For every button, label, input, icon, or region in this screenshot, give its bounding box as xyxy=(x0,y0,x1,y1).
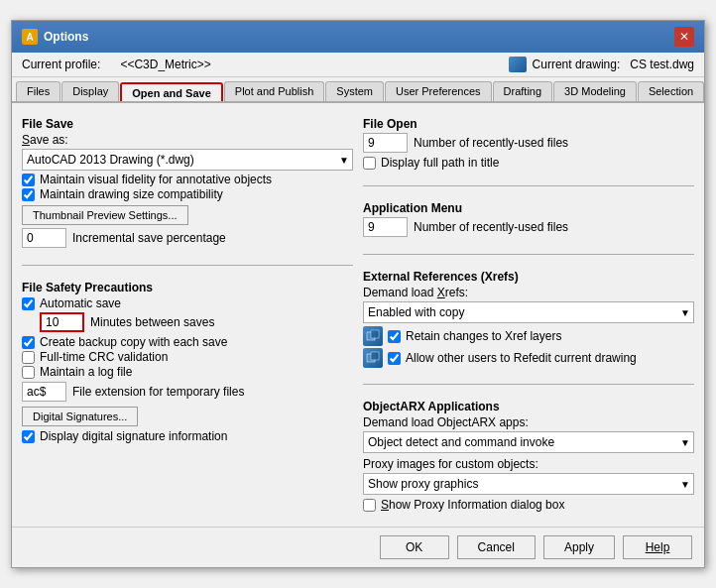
crc-label: Full-time CRC validation xyxy=(40,350,168,364)
tab-3d-modeling[interactable]: 3D Modeling xyxy=(553,81,637,101)
main-content: File Save Save as: AutoCAD 2013 Drawing … xyxy=(12,103,704,527)
proxy-select-row: Do not show proxy graphics Show proxy gr… xyxy=(363,473,694,495)
demand-load-select-row: Disabled Enabled Enabled with copy ▼ xyxy=(363,301,694,323)
demand-arx-label-row: Demand load ObjectARX apps: xyxy=(363,415,694,429)
log-label: Maintain a log file xyxy=(40,365,132,379)
file-open-section: File Open Number of recently-used files … xyxy=(363,113,694,175)
right-panel: File Open Number of recently-used files … xyxy=(363,113,694,517)
separator-1 xyxy=(22,265,353,266)
separator-2 xyxy=(363,185,694,186)
demand-load-label-row: Demand load Xrefs: xyxy=(363,286,694,299)
profile-value: <<C3D_Metric>> xyxy=(120,58,210,71)
save-as-select[interactable]: AutoCAD 2013 Drawing (*.dwg) xyxy=(22,149,353,171)
save-as-label: Save as: xyxy=(22,133,68,147)
dialog-title: Options xyxy=(44,30,88,44)
tab-plot[interactable]: Plot and Publish xyxy=(224,81,325,101)
log-row: Maintain a log file xyxy=(22,365,353,379)
proxy-select[interactable]: Do not show proxy graphics Show proxy gr… xyxy=(363,473,694,495)
digital-sig-checkbox[interactable] xyxy=(22,430,35,443)
objectarx-section: ObjectARX Applications Demand load Objec… xyxy=(363,396,694,517)
svg-rect-3 xyxy=(371,352,379,360)
demand-load-select[interactable]: Disabled Enabled Enabled with copy xyxy=(363,301,694,323)
proxy-label-row: Proxy images for custom objects: xyxy=(363,457,694,471)
save-as-select-row: AutoCAD 2013 Drawing (*.dwg) ▼ xyxy=(22,149,353,171)
tab-files[interactable]: Files xyxy=(16,81,60,101)
proxy-info-checkbox[interactable] xyxy=(363,499,376,512)
tab-open-save[interactable]: Open and Save xyxy=(120,82,222,102)
cancel-button[interactable]: Cancel xyxy=(457,535,536,559)
apply-button[interactable]: Apply xyxy=(543,535,615,559)
xrefs-title: External References (Xrefs) xyxy=(363,270,694,284)
tab-system[interactable]: System xyxy=(325,81,384,101)
digital-sig-label: Display digital signature information xyxy=(40,429,227,443)
file-save-title: File Save xyxy=(22,117,353,131)
auto-save-label: Automatic save xyxy=(40,296,121,310)
backup-checkbox[interactable] xyxy=(22,336,35,349)
minutes-between-saves-input[interactable] xyxy=(40,312,84,332)
drawing-size-row: Maintain drawing size compatibility xyxy=(22,187,353,201)
recent-files-input[interactable] xyxy=(363,133,408,153)
thumbnail-btn-row: Thumbnail Preview Settings... xyxy=(22,205,353,225)
tab-user-pref[interactable]: User Preferences xyxy=(385,81,492,101)
file-open-title: File Open xyxy=(363,117,694,131)
tab-bar: Files Display Open and Save Plot and Pub… xyxy=(12,77,704,103)
app-menu-recent-input[interactable] xyxy=(363,217,408,237)
ext-row: File extension for temporary files xyxy=(22,382,353,402)
title-bar-left: A Options xyxy=(22,29,88,45)
demand-arx-select-wrapper: Disable load on demand Custom object det… xyxy=(363,431,694,453)
tab-drafting[interactable]: Drafting xyxy=(493,81,553,101)
tab-display[interactable]: Display xyxy=(61,81,119,101)
app-menu-section: Application Menu Number of recently-used… xyxy=(363,197,694,243)
backup-label: Create backup copy with each save xyxy=(40,335,227,349)
profile-bar: Current profile: <<C3D_Metric>> Current … xyxy=(12,53,704,77)
separator-3 xyxy=(363,254,694,255)
thumbnail-preview-button[interactable]: Thumbnail Preview Settings... xyxy=(22,205,188,225)
app-menu-recent-label: Number of recently-used files xyxy=(414,220,568,234)
backup-row: Create backup copy with each save xyxy=(22,335,353,349)
demand-arx-select[interactable]: Disable load on demand Custom object det… xyxy=(363,431,694,453)
demand-arx-label: Demand load ObjectARX apps: xyxy=(363,415,529,429)
xref-icon-2 xyxy=(363,348,383,368)
retain-changes-label: Retain changes to Xref layers xyxy=(406,329,561,343)
crc-checkbox[interactable] xyxy=(22,351,35,364)
recent-files-row: Number of recently-used files xyxy=(363,133,694,153)
crc-row: Full-time CRC validation xyxy=(22,350,353,364)
file-save-section: File Save Save as: AutoCAD 2013 Drawing … xyxy=(22,113,353,254)
xrefs-section: External References (Xrefs) Demand load … xyxy=(363,266,694,373)
full-path-checkbox[interactable] xyxy=(363,157,376,170)
file-ext-label: File extension for temporary files xyxy=(72,385,244,399)
proxy-info-row: Show Proxy Information dialog box xyxy=(363,498,694,512)
proxy-label: Proxy images for custom objects: xyxy=(363,457,538,471)
app-icon: A xyxy=(22,29,38,45)
left-panel: File Save Save as: AutoCAD 2013 Drawing … xyxy=(22,113,353,517)
close-button[interactable]: ✕ xyxy=(674,27,694,47)
profile-label: Current profile: xyxy=(22,58,100,71)
digital-sig-row: Display digital signature information xyxy=(22,429,353,443)
log-checkbox[interactable] xyxy=(22,366,35,379)
drawing-size-label: Maintain drawing size compatibility xyxy=(40,187,223,201)
allow-refedit-checkbox[interactable] xyxy=(388,352,401,365)
app-menu-recent-row: Number of recently-used files xyxy=(363,217,694,237)
current-drawing-item: Current drawing: CS test.dwg xyxy=(509,57,694,72)
digital-signatures-button[interactable]: Digital Signatures... xyxy=(22,407,138,426)
drawing-icon xyxy=(509,57,527,72)
file-ext-input[interactable] xyxy=(22,382,66,402)
auto-save-row: Automatic save xyxy=(22,296,353,310)
proxy-info-label: Show Proxy Information dialog box xyxy=(381,498,564,512)
help-button[interactable]: Help xyxy=(623,535,692,559)
tab-selection[interactable]: Selection xyxy=(638,81,704,101)
retain-changes-row: Retain changes to Xref layers xyxy=(363,326,694,346)
full-path-row: Display full path in title xyxy=(363,156,694,170)
full-path-label: Display full path in title xyxy=(381,156,499,170)
drawing-size-checkbox[interactable] xyxy=(22,188,35,201)
visual-fidelity-checkbox[interactable] xyxy=(22,174,35,186)
auto-save-checkbox[interactable] xyxy=(22,297,35,310)
svg-rect-1 xyxy=(371,330,379,338)
minutes-row: Minutes between saves xyxy=(40,312,353,332)
save-as-row: Save as: xyxy=(22,133,353,147)
demand-load-select-wrapper: Disabled Enabled Enabled with copy ▼ xyxy=(363,301,694,323)
incremental-save-input[interactable] xyxy=(22,228,66,248)
visual-fidelity-label: Maintain visual fidelity for annotative … xyxy=(40,173,272,186)
ok-button[interactable]: OK xyxy=(380,535,449,559)
retain-changes-checkbox[interactable] xyxy=(388,330,401,343)
